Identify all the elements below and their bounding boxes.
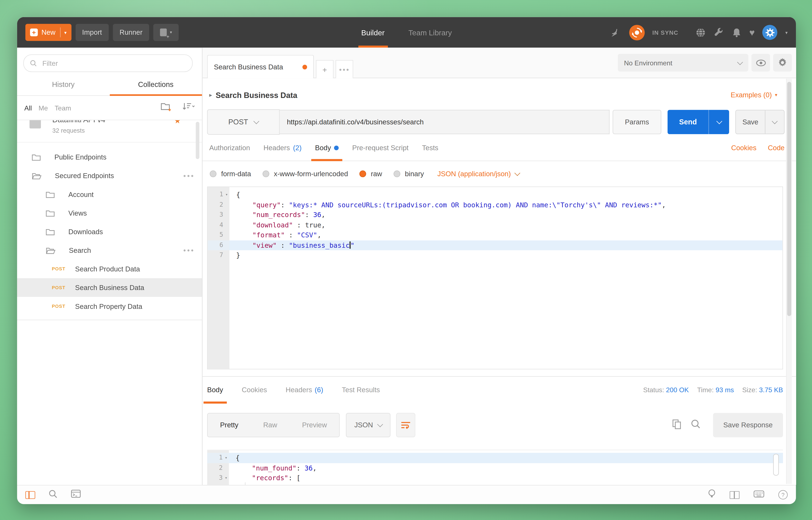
avatar-gear-icon[interactable] [762,25,778,40]
expand-caret-icon[interactable]: ▸ [209,92,212,98]
sync-icon[interactable] [629,25,645,40]
save-options-arrow[interactable] [765,110,784,133]
wrench-icon[interactable] [713,27,724,38]
divider [60,27,60,37]
copy-icon[interactable] [672,419,681,431]
method-value: POST [228,118,248,126]
fold-caret-icon[interactable]: ▾ [223,453,227,463]
new-folder-icon[interactable] [161,102,172,113]
console-icon[interactable] [71,490,81,500]
fold-caret-icon[interactable]: ▾ [223,473,227,483]
main-scrollbar-thumb[interactable] [787,82,791,316]
tab-history[interactable]: History [17,73,110,95]
collection-header[interactable]: Datafiniti API v4 ★ 32 requests [17,120,202,142]
response-headers-count: (6) [315,386,323,394]
filter-input[interactable] [41,59,186,68]
tab-body[interactable]: Body [315,135,339,161]
tab-options-button[interactable]: ●●● [335,60,353,78]
import-button[interactable]: Import [75,24,108,41]
sidebar-folder-views[interactable]: Views [17,204,202,222]
search-icon[interactable] [691,419,701,431]
keyboard-icon[interactable] [753,490,764,500]
mode-binary[interactable]: binary [394,170,424,178]
fold-caret-icon[interactable]: ▾ [223,189,228,200]
satellite-icon[interactable] [610,27,621,38]
send-options-arrow[interactable] [708,110,729,134]
scope-team[interactable]: Team [55,104,71,112]
tab-team-library[interactable]: Team Library [408,17,452,48]
new-button-label: New [42,29,55,36]
content-type-select[interactable]: JSON (application/json) [437,170,519,178]
gear-icon [778,58,787,67]
new-button[interactable]: + New ▾ [25,24,71,41]
help-icon[interactable]: ? [778,490,788,499]
chevron-down-icon[interactable]: ▾ [64,30,66,35]
mode-form-data[interactable]: form-data [210,170,251,178]
post-method-badge: POST [52,285,70,290]
scope-me[interactable]: Me [38,104,48,112]
request-body-editor[interactable]: 1▾{2 "query": "keys:* AND sourceURLs:(tr… [207,187,783,369]
mode-x-www-form-urlencoded[interactable]: x-www-form-urlencoded [263,170,348,178]
star-icon[interactable]: ★ [174,120,181,125]
wrap-text-button[interactable] [396,413,415,437]
code-line-3: 3 "num_records": 36, [208,210,782,220]
response-format-select[interactable]: JSON [346,413,391,437]
save-button[interactable]: Save [735,110,785,134]
sidebar-request-search-product-data[interactable]: POSTSearch Product Data [17,260,202,278]
code-link[interactable]: Code [768,144,785,152]
tab-pre-request-script[interactable]: Pre-request Script [352,135,409,161]
status-value: 200 OK [666,386,689,394]
environment-select[interactable]: No Environment [618,54,748,72]
sidebar-folder-public-endpoints[interactable]: Public Endpoints [17,148,202,166]
sidebar-folder-downloads[interactable]: Downloads [17,222,202,241]
cookies-link[interactable]: Cookies [731,144,756,152]
runner-button[interactable]: Runner [113,24,149,41]
sidebar-scrollbar[interactable] [196,122,199,159]
view-preview[interactable]: Preview [290,413,340,437]
lightbulb-icon[interactable] [708,489,716,501]
request-tab[interactable]: Search Business Data [207,55,314,78]
view-pretty[interactable]: Pretty [208,413,251,437]
new-tab-button[interactable]: + [316,60,333,78]
globe-icon[interactable] [695,27,706,38]
layout-columns-icon[interactable] [25,491,35,499]
response-tab-cookies[interactable]: Cookies [242,376,267,403]
fold-caret-icon[interactable]: ▾ [223,483,227,485]
response-tab-headers[interactable]: Headers (6) [286,376,323,403]
tab-builder[interactable]: Builder [361,17,385,48]
item-menu-ellipsis-icon[interactable]: ●●● [183,248,195,253]
send-button[interactable]: Send [668,110,729,134]
sidebar-folder-secured-endpoints[interactable]: Secured Endpoints●●● [17,166,202,185]
sort-icon[interactable] [182,102,195,113]
save-response-button[interactable]: Save Response [713,413,783,437]
environment-preview-button[interactable] [751,54,770,72]
response-tab-test-results[interactable]: Test Results [342,376,380,403]
scope-all[interactable]: All [24,104,32,112]
view-raw[interactable]: Raw [251,413,290,437]
sidebar-folder-account[interactable]: Account [17,185,202,204]
chevron-down-icon[interactable]: ▾ [785,30,788,35]
tab-headers[interactable]: Headers (2) [264,135,301,161]
url-input[interactable] [279,118,609,126]
bell-icon[interactable] [732,27,741,38]
heart-icon[interactable]: ♥ [749,28,755,37]
tab-tests[interactable]: Tests [422,135,438,161]
response-scrollbar[interactable] [773,454,779,475]
sidebar-request-search-property-data[interactable]: POSTSearch Property Data [17,297,202,315]
mode-raw[interactable]: raw [359,170,382,178]
item-menu-ellipsis-icon[interactable]: ●●● [183,173,195,178]
sidebar-folder-search[interactable]: Search●●● [17,241,202,260]
tab-collections[interactable]: Collections [110,73,202,95]
response-body-editor[interactable]: 1▾{2 "num_found": 36,3▾ "records": [4▾ {… [207,450,783,485]
search-icon[interactable] [49,489,57,500]
method-select[interactable]: POST [207,109,280,134]
new-window-button[interactable]: ▾ [153,24,179,41]
response-tab-body[interactable]: Body [207,376,223,403]
examples-dropdown[interactable]: Examples (0) ▾ [731,91,777,99]
two-pane-icon[interactable] [730,491,740,499]
request-code: 1▾{2 "query": "keys:* AND sourceURLs:(tr… [208,187,782,260]
settings-button[interactable] [773,54,792,72]
tab-authorization[interactable]: Authorization [209,135,250,161]
sidebar-request-search-business-data[interactable]: POSTSearch Business Data [17,278,202,297]
params-button[interactable]: Params [613,110,661,134]
